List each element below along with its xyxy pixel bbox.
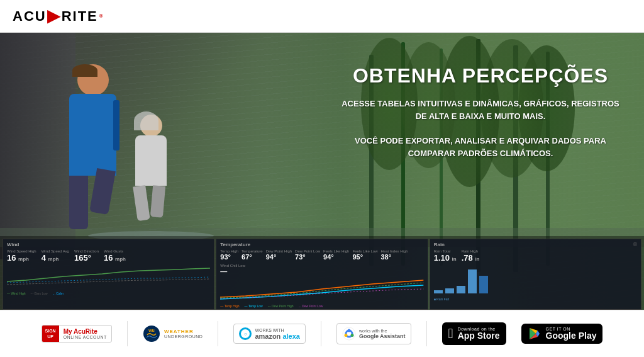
temp-stat-3: Dew Point High 94° (266, 249, 292, 261)
svg-point-5 (350, 334, 353, 337)
appstore-name: App Store (458, 331, 500, 341)
wu-line1: WEATHER (164, 329, 203, 334)
appstore-text-area: Download on the App Store (458, 327, 500, 341)
temp-chart (220, 275, 423, 300)
temp-stat-8: Wind Chill Low — (220, 264, 245, 275)
hero-text-area: OBTENHA PERCEPÇÕES ACESSE TABELAS INTUIT… (317, 52, 644, 172)
hero-headline: OBTENHA PERCEPÇÕES (336, 64, 625, 88)
footer: SIGN UP My AcuRite ONLINE ACCOUNT wu WEA… (0, 310, 644, 357)
temp-value-7: 38° (380, 253, 408, 261)
rain-widget: Rain ⊞ Rain Total 1.10 in Rain High .78 … (430, 239, 641, 310)
wind-value-2: 4 mph (42, 253, 69, 263)
ga-name: Google Assistant (359, 333, 406, 339)
hero-section: OBTENHA PERCEPÇÕES ACESSE TABELAS INTUIT… (0, 33, 644, 310)
wind-stat-1: Wind Speed High 16 mph (7, 249, 36, 263)
acurite-title: My AcuRite (64, 328, 107, 335)
svg-point-4 (347, 329, 350, 332)
logo-part1: ACU (13, 8, 47, 25)
temp-stat-6: Feels Like Low 95° (352, 249, 377, 261)
rain-expand-icon: ⊞ (633, 242, 637, 247)
wind-stat-3: Wind Direction 165° (74, 249, 99, 263)
temp-value-1: 93° (220, 253, 238, 261)
svg-text:wu: wu (148, 328, 155, 332)
temp-value-5: 94° (323, 253, 349, 261)
rain-bar-2 (445, 288, 454, 293)
header: ACU▶RITE® (0, 0, 644, 33)
wind-stats: Wind Speed High 16 mph Wind Speed Avg 4 … (7, 249, 210, 263)
footer-sep-2 (218, 321, 218, 346)
acurite-subtitle: ONLINE ACCOUNT (64, 335, 107, 339)
temp-stat-2: Temperature 67° (242, 249, 263, 261)
alexa-icon: ○ (239, 327, 252, 340)
child-figure (135, 115, 167, 220)
footer-sep-1 (127, 321, 128, 346)
rain-value-2: .78 in (462, 253, 480, 263)
rain-stat-2: Rain High .78 in (462, 249, 480, 263)
wind-value-4: 16 mph (104, 253, 126, 263)
rain-value-1: 1.10 in (434, 253, 457, 263)
alexa-name: amazon alexa (255, 332, 300, 340)
temperature-widget: Temperature Temp High 93° Temperature 67… (216, 239, 428, 310)
rain-bar-1 (434, 290, 443, 293)
rain-bar-chart (434, 268, 637, 296)
logo-arrow: ▶ (47, 6, 61, 26)
wind-chart (7, 263, 210, 288)
wind-legend: — Wind High --- Bars Low ... Calm (7, 292, 210, 295)
alexa-works-label: WORKS WITH (255, 328, 300, 332)
app-store-badge[interactable]:  Download on the App Store (442, 322, 506, 345)
building-wall (0, 33, 75, 259)
alexa-badge[interactable]: ○ WORKS WITH amazon alexa (233, 324, 306, 344)
temp-stat-4: Dew Point Low 73° (295, 249, 320, 261)
rain-widget-title: Rain (434, 242, 445, 247)
alexa-text-area: WORKS WITH amazon alexa (255, 328, 300, 340)
ga-works-label: works with the (359, 329, 406, 333)
hero-subtext1: ACESSE TABELAS INTUITIVAS E DINÂMICAS, G… (336, 98, 625, 122)
rain-stat-1: Rain Total 1.10 in (434, 249, 457, 263)
rain-stats: Rain Total 1.10 in Rain High .78 in (434, 249, 637, 263)
ga-text-area: works with the Google Assistant (359, 329, 406, 339)
wu-line2: UNDERGROUND (164, 334, 203, 339)
logo: ACU▶RITE® (13, 6, 104, 26)
adult-figure (69, 64, 116, 229)
temp-value-2: 67° (242, 253, 263, 261)
acurite-badge[interactable]: SIGN UP My AcuRite ONLINE ACCOUNT (42, 325, 112, 343)
apple-icon:  (448, 326, 453, 342)
rain-legend: ■ Rain Fall (434, 297, 637, 301)
google-assistant-badge[interactable]: works with the Google Assistant (336, 323, 411, 344)
wu-logo-icon: wu (143, 325, 160, 343)
logo-part2: RITE (62, 8, 98, 25)
temp-stats: Temp High 93° Temperature 67° Dew Point … (220, 249, 423, 275)
gplay-text-area: GET IT ON Google Play (546, 327, 597, 341)
wind-value-3: 165° (74, 253, 99, 263)
rain-widget-header: Rain ⊞ (434, 242, 637, 249)
svg-point-6 (344, 334, 347, 337)
acurite-signup-label: SIGN UP (42, 326, 59, 342)
logo-dot: ® (99, 13, 104, 19)
wind-value-1: 16 mph (7, 253, 36, 263)
temp-value-6: 95° (352, 253, 377, 261)
hero-subtext2: VOCÊ PODE EXPORTAR, ANALISAR E ARQUIVAR … (336, 135, 625, 159)
temp-legend: — Temp High — Temp Low --- Dew Point Hig… (220, 304, 423, 308)
wind-stat-4: Wind Gusts 16 mph (104, 249, 126, 263)
rain-bar-5 (479, 276, 488, 293)
google-assistant-icon (342, 327, 356, 341)
rain-bar-4 (468, 269, 477, 293)
temp-value-8: — (220, 268, 245, 275)
google-play-badge[interactable]: GET IT ON Google Play (521, 324, 603, 344)
gplay-name: Google Play (546, 331, 597, 341)
acurite-badge-info: My AcuRite ONLINE ACCOUNT (59, 326, 111, 341)
temp-stat-1: Temp High 93° (220, 249, 238, 261)
widgets-row: Wind Wind Speed High 16 mph Wind Speed A… (0, 236, 644, 310)
temp-widget-title: Temperature (220, 242, 423, 247)
temp-value-3: 94° (266, 253, 292, 261)
weather-underground-badge[interactable]: wu WEATHER UNDERGROUND (143, 325, 203, 343)
footer-sep-3 (321, 321, 321, 346)
rain-bar-3 (457, 286, 465, 293)
google-play-icon (528, 327, 541, 341)
temp-value-4: 73° (295, 253, 320, 261)
temp-stat-7: Heat Index High 38° (380, 249, 408, 261)
wu-text-area: WEATHER UNDERGROUND (164, 329, 203, 339)
wind-widget: Wind Wind Speed High 16 mph Wind Speed A… (3, 239, 214, 310)
alexa-name-bold: alexa (282, 332, 300, 340)
wind-stat-2: Wind Speed Avg 4 mph (42, 249, 69, 263)
